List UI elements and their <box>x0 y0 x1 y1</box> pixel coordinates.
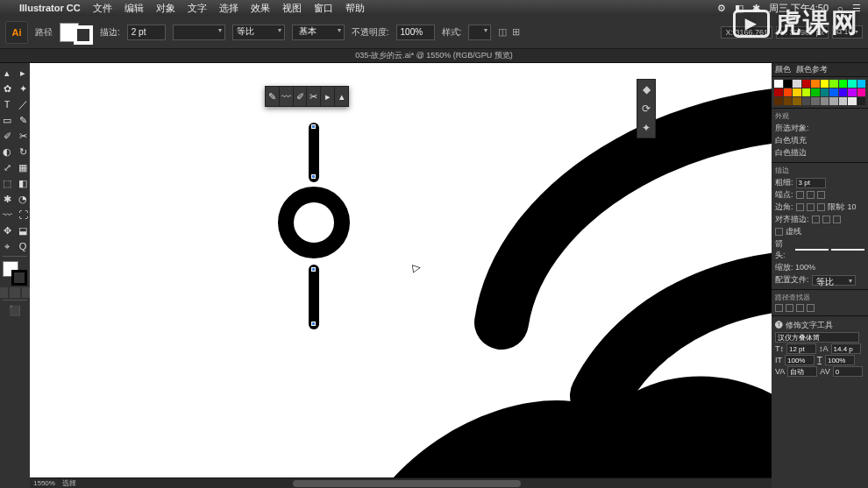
menu-help[interactable]: 帮助 <box>345 2 365 15</box>
anchor-point[interactable] <box>311 174 316 179</box>
swatch[interactable] <box>821 88 829 96</box>
style-dropdown[interactable] <box>468 25 491 40</box>
kerning-field[interactable] <box>787 366 817 377</box>
swatch[interactable] <box>793 80 801 88</box>
scrollbar-thumb[interactable] <box>293 480 521 487</box>
hand-tool-icon[interactable]: ⌖ <box>0 239 14 253</box>
pencil-tool-icon[interactable]: ✐ <box>0 129 14 143</box>
app-name[interactable]: Illustrator CC <box>19 3 81 13</box>
swatch[interactable] <box>793 97 801 105</box>
collapsed-panel-strip[interactable]: ◆ ⟳ ✦ <box>637 79 656 138</box>
menu-type[interactable]: 文字 <box>188 2 207 15</box>
font-family-field[interactable] <box>775 332 859 343</box>
pen-icon[interactable]: ✎ <box>266 87 280 106</box>
selection-icon[interactable]: ▴ <box>335 87 348 106</box>
pf-intersect-icon[interactable] <box>796 304 804 312</box>
swatch[interactable] <box>839 80 848 88</box>
align-inside-icon[interactable] <box>822 216 830 223</box>
swatch[interactable] <box>784 80 793 88</box>
direct-selection-tool-icon[interactable]: ▸ <box>16 66 30 80</box>
direct-sel-icon[interactable]: ▸ <box>321 87 335 106</box>
rectangle-tool-icon[interactable]: ▭ <box>0 113 14 127</box>
rotate-tool-icon[interactable]: ◐ <box>0 145 14 159</box>
swatch[interactable] <box>802 88 811 96</box>
pf-exclude-icon[interactable] <box>807 304 815 312</box>
appearance-fill[interactable]: 白色填充 <box>775 135 807 146</box>
swatch[interactable] <box>857 97 866 105</box>
swatch[interactable] <box>857 80 866 88</box>
menu-view[interactable]: 视图 <box>282 2 302 15</box>
menu-select[interactable]: 选择 <box>219 2 238 15</box>
swatches-grid[interactable] <box>772 77 868 108</box>
cap-round-icon[interactable] <box>807 191 815 199</box>
brush-dropdown[interactable]: 基本 <box>292 25 345 40</box>
pf-minus-icon[interactable] <box>786 304 793 312</box>
stroke-weight-field[interactable] <box>796 178 826 188</box>
reflect-tool-icon[interactable]: ↻ <box>16 145 30 159</box>
color-mode-icon[interactable] <box>0 287 8 298</box>
swatch[interactable] <box>829 97 838 105</box>
zoom-readout[interactable]: 1550% <box>33 479 55 487</box>
shape-builder-tool-icon[interactable]: ⬚ <box>0 176 14 190</box>
swatch[interactable] <box>839 97 848 105</box>
stroke-profile-dropdown[interactable] <box>173 25 225 40</box>
corner-bevel-icon[interactable] <box>817 203 825 211</box>
width-tool-icon[interactable]: ▦ <box>16 160 30 174</box>
menu-file[interactable]: 文件 <box>93 2 112 15</box>
mesh-tool-icon[interactable]: ✱ <box>0 192 14 206</box>
coord-misc[interactable]: ⧉ 10 ▾ <box>832 25 863 39</box>
paintbrush-tool-icon[interactable]: ✎ <box>16 113 30 127</box>
swatch[interactable] <box>784 97 793 105</box>
font-size-field[interactable] <box>786 343 816 354</box>
transform-icon[interactable]: ⊞ <box>512 26 520 38</box>
width-profile-dropdown[interactable]: 等比 <box>232 25 285 40</box>
anchor-point[interactable] <box>311 267 316 272</box>
symbol-sprayer-tool-icon[interactable]: ⛶ <box>16 208 30 222</box>
cap-butt-icon[interactable] <box>796 191 804 199</box>
canvas-area[interactable]: ✎ 〰 ✐ ✂ ▸ ▴ ▷ ◆ ⟳ ✦ 1550% 选择 <box>30 63 772 488</box>
menu-extra-icon[interactable]: ☰ <box>852 3 861 14</box>
pencil-icon[interactable]: ✐ <box>294 87 308 106</box>
anchor-point[interactable] <box>311 124 316 129</box>
swatch[interactable] <box>857 88 866 96</box>
align-icon[interactable]: ◫ <box>498 26 507 38</box>
strip-icon-3[interactable]: ✦ <box>637 118 655 138</box>
scissors-icon[interactable]: ✂ <box>307 87 321 106</box>
zoom-tool-icon[interactable]: Q <box>16 239 30 253</box>
swatch[interactable] <box>848 88 857 96</box>
scissors-tool-icon[interactable]: ✂ <box>16 129 30 143</box>
swatch[interactable] <box>774 88 783 96</box>
fill-stroke-swatch[interactable] <box>60 20 93 45</box>
tool-stroke-swatch-icon[interactable] <box>11 270 27 286</box>
swatch[interactable] <box>793 88 801 96</box>
gradient-mode-icon[interactable] <box>10 287 20 298</box>
menu-object[interactable]: 对象 <box>156 2 175 15</box>
tab-color-guide[interactable]: 颜色参考 <box>796 64 828 75</box>
perspective-tool-icon[interactable]: ◧ <box>16 176 30 190</box>
document-tab[interactable]: 035-故乡的云.ai* @ 1550% (RGB/GPU 预览) <box>0 49 868 63</box>
appearance-stroke[interactable]: 白色描边 <box>775 147 807 159</box>
menu-window[interactable]: 窗口 <box>314 2 333 15</box>
line-tool-icon[interactable]: ／ <box>16 97 30 111</box>
tab-color[interactable]: 颜色 <box>775 64 791 75</box>
swatch[interactable] <box>821 80 829 88</box>
tracking-field[interactable] <box>833 366 863 377</box>
artboard-tool-icon[interactable]: ✥ <box>0 223 14 237</box>
horizontal-scrollbar[interactable] <box>30 477 772 488</box>
swatch[interactable] <box>848 80 857 88</box>
swatch[interactable] <box>829 88 838 96</box>
status-icon-2[interactable]: ◧ <box>735 3 743 14</box>
status-icon-1[interactable]: ⚙ <box>717 3 726 14</box>
arrow-end-dropdown[interactable] <box>831 249 864 251</box>
scale-tool-icon[interactable]: ⤢ <box>0 160 14 174</box>
stroke-weight-input[interactable] <box>127 25 166 40</box>
menu-effect[interactable]: 效果 <box>251 2 270 15</box>
lasso-tool-icon[interactable]: ✦ <box>16 81 30 95</box>
spotlight-icon[interactable]: ⌕ <box>837 3 843 13</box>
anchor-point[interactable] <box>311 322 316 326</box>
swatch[interactable] <box>802 97 811 105</box>
pf-unite-icon[interactable] <box>775 304 783 312</box>
menu-edit[interactable]: 编辑 <box>125 2 144 15</box>
pen-tool-mini-toolbar[interactable]: ✎ 〰 ✐ ✂ ▸ ▴ <box>265 86 349 107</box>
strip-icon-1[interactable]: ◆ <box>637 80 655 99</box>
